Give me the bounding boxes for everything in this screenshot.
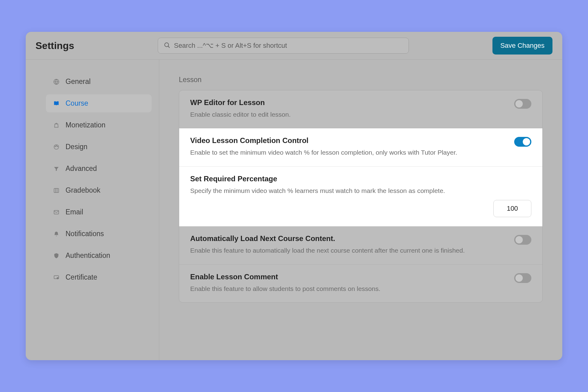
row-auto-load-next: Automatically Load Next Course Content. … bbox=[179, 226, 542, 264]
highlighted-group: Video Lesson Completion Control Enable t… bbox=[179, 128, 542, 226]
row-title: Automatically Load Next Course Content. bbox=[190, 234, 465, 243]
settings-panel: Settings Save Changes General bbox=[26, 32, 562, 360]
bag-icon bbox=[53, 122, 60, 129]
badge-icon bbox=[53, 274, 60, 281]
bell-icon bbox=[53, 230, 60, 238]
svg-point-12 bbox=[57, 277, 58, 279]
funnel-icon bbox=[53, 165, 60, 172]
sidebar-item-monetization[interactable]: Monetization bbox=[46, 116, 152, 134]
sidebar-item-design[interactable]: Design bbox=[46, 138, 152, 156]
row-desc: Enable to set the minimum video watch % … bbox=[190, 148, 457, 157]
toggle-lesson-comment[interactable] bbox=[514, 273, 531, 283]
save-changes-button[interactable]: Save Changes bbox=[492, 37, 552, 55]
search-wrap bbox=[81, 38, 485, 54]
sidebar-item-certificate[interactable]: Certificate bbox=[46, 268, 152, 286]
page-title: Settings bbox=[36, 40, 74, 51]
toggle-wp-editor[interactable] bbox=[514, 99, 531, 109]
sidebar-item-label: Certificate bbox=[66, 273, 97, 281]
sidebar-item-label: Design bbox=[66, 143, 88, 151]
toggle-video-completion[interactable] bbox=[514, 137, 531, 147]
lesson-settings-card: WP Editor for Lesson Enable classic edit… bbox=[179, 90, 543, 303]
palette-icon bbox=[53, 143, 60, 151]
row-desc: Enable this feature to automatically loa… bbox=[190, 246, 465, 255]
svg-point-5 bbox=[56, 145, 57, 146]
row-required-percentage: Set Required Percentage Specify the mini… bbox=[179, 167, 542, 226]
row-desc: Enable classic editor to edit lesson. bbox=[190, 110, 291, 119]
sidebar-item-label: Authentication bbox=[66, 251, 110, 260]
sidebar-item-label: General bbox=[66, 77, 91, 86]
row-title: WP Editor for Lesson bbox=[190, 98, 291, 107]
mail-icon bbox=[53, 209, 60, 216]
sidebar-item-label: Notifications bbox=[66, 230, 104, 238]
required-percentage-input[interactable] bbox=[493, 200, 531, 217]
header: Settings Save Changes bbox=[26, 32, 562, 60]
sidebar: General Course Monetization Design bbox=[26, 60, 159, 360]
globe-icon bbox=[53, 78, 60, 85]
shield-icon bbox=[53, 252, 60, 259]
row-video-completion: Video Lesson Completion Control Enable t… bbox=[179, 128, 542, 166]
row-desc: Specify the minimum video watch % learne… bbox=[190, 186, 531, 195]
sidebar-item-label: Monetization bbox=[66, 121, 105, 129]
sidebar-item-advanced[interactable]: Advanced bbox=[46, 160, 152, 178]
sidebar-item-notifications[interactable]: Notifications bbox=[46, 225, 152, 243]
search-box[interactable] bbox=[158, 38, 409, 54]
svg-line-1 bbox=[168, 46, 169, 47]
sidebar-item-course[interactable]: Course bbox=[46, 94, 152, 112]
row-title: Video Lesson Completion Control bbox=[190, 136, 457, 145]
row-desc: Enable this feature to allow students to… bbox=[190, 284, 380, 293]
sidebar-item-general[interactable]: General bbox=[46, 73, 152, 91]
sidebar-item-label: Email bbox=[66, 208, 83, 216]
section-label: Lesson bbox=[179, 76, 543, 84]
row-title: Set Required Percentage bbox=[190, 175, 531, 183]
svg-point-4 bbox=[55, 146, 56, 147]
body: General Course Monetization Design bbox=[26, 60, 562, 360]
search-icon bbox=[164, 42, 170, 50]
svg-point-6 bbox=[57, 146, 58, 147]
row-title: Enable Lesson Comment bbox=[190, 273, 380, 281]
sidebar-item-email[interactable]: Email bbox=[46, 203, 152, 221]
sidebar-item-label: Course bbox=[66, 99, 88, 107]
row-lesson-comment: Enable Lesson Comment Enable this featur… bbox=[179, 265, 542, 302]
sidebar-item-label: Advanced bbox=[66, 164, 97, 173]
book-icon bbox=[53, 100, 60, 107]
row-wp-editor: WP Editor for Lesson Enable classic edit… bbox=[179, 90, 542, 128]
sidebar-item-gradebook[interactable]: Gradebook bbox=[46, 181, 152, 199]
search-input[interactable] bbox=[174, 42, 403, 50]
main-content: Lesson WP Editor for Lesson Enable class… bbox=[159, 60, 562, 360]
toggle-auto-load-next[interactable] bbox=[514, 235, 531, 245]
svg-point-0 bbox=[165, 43, 169, 47]
sidebar-item-label: Gradebook bbox=[66, 186, 100, 194]
columns-icon bbox=[53, 187, 60, 194]
sidebar-item-authentication[interactable]: Authentication bbox=[46, 247, 152, 265]
svg-rect-7 bbox=[54, 188, 59, 192]
